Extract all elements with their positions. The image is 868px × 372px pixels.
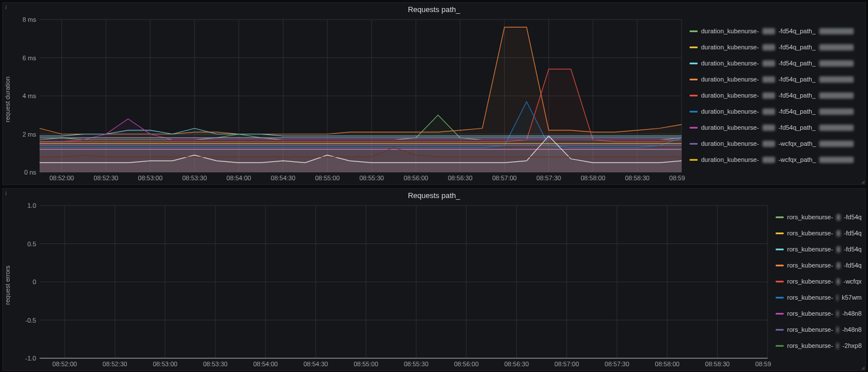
legend-item[interactable]: rors_kubenurse--fd54q: [776, 241, 862, 257]
legend-label: rors_kubenurse-: [787, 262, 833, 269]
y-axis-label: request duration: [3, 15, 13, 184]
svg-text:08:57:00: 08:57:00: [492, 175, 517, 181]
legend-swatch: [690, 30, 698, 32]
legend-label: duration_kubenurse-: [701, 44, 759, 51]
legend-swatch: [776, 313, 784, 315]
svg-text:08:56:00: 08:56:00: [404, 175, 429, 181]
svg-text:0: 0: [33, 278, 36, 285]
svg-text:08:52:00: 08:52:00: [49, 175, 74, 181]
legend-item[interactable]: rors_kubenurse--2hxp8: [776, 338, 862, 354]
chart-errors[interactable]: -1.0-0.500.51.008:52:0008:52:3008:53:000…: [13, 201, 771, 370]
legend-duration: duration_kubenurse--fd54q_path_duration_…: [685, 15, 865, 184]
svg-text:08:55:00: 08:55:00: [353, 361, 378, 367]
legend-swatch: [690, 159, 698, 161]
svg-text:-1.0: -1.0: [25, 355, 36, 362]
legend-item[interactable]: duration_kubenurse--fd54q_path_: [690, 119, 862, 135]
legend-item[interactable]: duration_kubenurse--fd54q_path_: [690, 103, 862, 119]
svg-text:08:54:00: 08:54:00: [253, 361, 278, 367]
legend-swatch: [776, 329, 784, 331]
legend-swatch: [690, 63, 698, 64]
panel-info-icon[interactable]: i: [5, 4, 7, 10]
svg-text:08:53:00: 08:53:00: [138, 175, 163, 181]
chart-duration[interactable]: 0 ns2 ms4 ms6 ms8 ms08:52:0008:52:3008:5…: [13, 15, 685, 184]
legend-item[interactable]: duration_kubenurse--fd54q_path_: [690, 39, 862, 55]
legend-swatch: [776, 265, 784, 266]
svg-text:08:57:30: 08:57:30: [536, 175, 561, 181]
legend-label: duration_kubenurse-: [701, 108, 759, 115]
svg-text:2 ms: 2 ms: [22, 131, 36, 138]
svg-text:6 ms: 6 ms: [22, 55, 36, 61]
svg-text:08:54:00: 08:54:00: [227, 175, 251, 181]
panel-info-icon[interactable]: i: [5, 190, 7, 196]
legend-item[interactable]: rors_kubenurse--fd54q: [776, 225, 862, 241]
svg-text:4 ms: 4 ms: [22, 92, 36, 99]
legend-label: duration_kubenurse-: [701, 124, 759, 131]
legend-item[interactable]: rors_kubenurse--h48n8: [776, 321, 862, 338]
svg-text:8 ms: 8 ms: [22, 16, 36, 23]
legend-label: rors_kubenurse-: [787, 230, 833, 237]
svg-text:08:55:30: 08:55:30: [359, 175, 384, 181]
svg-text:08:56:00: 08:56:00: [454, 361, 478, 367]
svg-text:08:58:30: 08:58:30: [705, 361, 730, 367]
svg-text:08:52:30: 08:52:30: [103, 361, 127, 367]
svg-text:08:59:00: 08:59:00: [756, 361, 771, 367]
svg-text:08:54:30: 08:54:30: [271, 175, 295, 181]
panel-request-errors: i Requests path_ request errors -1.0-0.5…: [2, 188, 866, 371]
legend-swatch: [690, 79, 698, 80]
svg-text:-0.5: -0.5: [25, 317, 36, 324]
legend-errors: rors_kubenurse--fd54qrors_kubenurse--fd5…: [771, 201, 865, 370]
legend-swatch: [776, 345, 784, 347]
svg-text:08:56:30: 08:56:30: [504, 361, 529, 367]
legend-label: rors_kubenurse-: [787, 246, 833, 253]
legend-item[interactable]: rors_kubenurse--fd54q: [776, 209, 862, 225]
legend-item[interactable]: duration_kubenurse--wcfqx_path_: [690, 152, 862, 168]
legend-label: rors_kubenurse-: [787, 310, 833, 317]
y-axis-label: request errors: [3, 201, 13, 370]
legend-label: rors_kubenurse-: [787, 342, 833, 349]
svg-text:08:58:00: 08:58:00: [655, 361, 680, 367]
legend-label: duration_kubenurse-: [701, 156, 759, 163]
svg-text:08:54:30: 08:54:30: [303, 361, 328, 367]
svg-text:08:56:30: 08:56:30: [448, 175, 473, 181]
legend-swatch: [776, 249, 784, 250]
legend-swatch: [690, 143, 698, 145]
svg-text:08:55:00: 08:55:00: [315, 175, 340, 181]
legend-item[interactable]: rors_kubenurse-k57wm: [776, 289, 862, 305]
svg-text:0.5: 0.5: [28, 241, 36, 247]
legend-label: rors_kubenurse-: [787, 278, 833, 285]
legend-item[interactable]: duration_kubenurse--fd54q_path_: [690, 87, 862, 103]
legend-swatch: [776, 232, 784, 234]
svg-text:08:58:30: 08:58:30: [625, 175, 649, 181]
legend-label: rors_kubenurse-: [787, 326, 833, 333]
legend-label: duration_kubenurse-: [701, 140, 759, 147]
legend-item[interactable]: rors_kubenurse--h48n8: [776, 305, 862, 321]
svg-text:08:57:30: 08:57:30: [605, 361, 629, 367]
legend-item[interactable]: rors_kubenurse--wcfqx: [776, 273, 862, 289]
svg-text:08:58:00: 08:58:00: [581, 175, 605, 181]
resize-handle[interactable]: [859, 365, 865, 370]
legend-swatch: [776, 297, 784, 299]
svg-text:08:53:30: 08:53:30: [203, 361, 228, 367]
svg-text:08:55:30: 08:55:30: [404, 361, 429, 367]
legend-item[interactable]: duration_kubenurse--wcfqx_path_: [690, 135, 862, 152]
legend-swatch: [690, 127, 698, 129]
svg-text:08:59:00: 08:59:00: [670, 175, 685, 181]
legend-swatch: [690, 46, 698, 48]
legend-label: duration_kubenurse-: [701, 28, 759, 34]
legend-swatch: [690, 95, 698, 96]
legend-item[interactable]: duration_kubenurse--fd54q_path_: [690, 71, 862, 87]
svg-text:08:53:00: 08:53:00: [153, 361, 177, 367]
legend-label: rors_kubenurse-: [787, 294, 833, 301]
svg-text:08:53:30: 08:53:30: [182, 175, 207, 181]
legend-label: duration_kubenurse-: [701, 76, 759, 83]
panel-title[interactable]: Requests path_: [3, 189, 865, 201]
legend-item[interactable]: duration_kubenurse--fd54q_path_: [690, 55, 862, 71]
legend-item[interactable]: duration_kubenurse--fd54q_path_: [690, 23, 862, 39]
resize-handle[interactable]: [859, 179, 865, 184]
legend-swatch: [776, 281, 784, 282]
panel-title[interactable]: Requests path_: [3, 3, 865, 15]
svg-text:08:52:00: 08:52:00: [52, 361, 77, 367]
legend-swatch: [690, 111, 698, 113]
panel-request-duration: i Requests path_ request duration 0 ns2 …: [2, 2, 866, 185]
legend-item[interactable]: rors_kubenurse--fd54q: [776, 257, 862, 273]
